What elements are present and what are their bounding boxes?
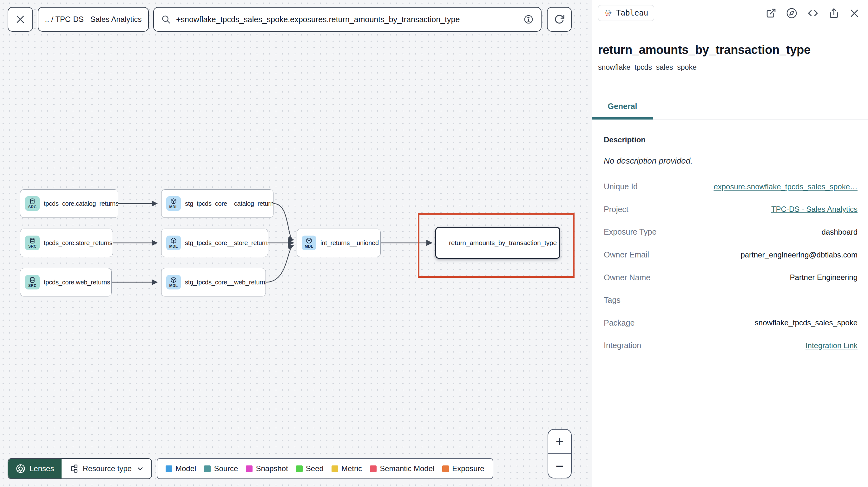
legend-item-seed: Seed — [296, 464, 323, 473]
panel-action-icons — [766, 8, 860, 19]
metric-color-swatch — [332, 465, 338, 472]
legend-item-exposure: Exposure — [442, 464, 484, 473]
chevron-down-icon — [136, 464, 144, 473]
dbt-explorer-lineage-view: .. / TPC-DS - Sales Analytics SRC tpcds_… — [0, 0, 868, 487]
field-row-exposure-type: Exposure Type dashboard — [604, 221, 858, 244]
source-badge: SRC — [25, 275, 40, 290]
node-label: stg_tpcds_core__catalog_returns — [185, 200, 274, 207]
resource-package-subtitle: snowflake_tpcds_sales_spoke — [598, 63, 697, 72]
lineage-node-stg-catalog-returns[interactable]: MDL stg_tpcds_core__catalog_returns — [161, 189, 274, 218]
detail-fields: Unique Id exposure.snowflake_tpcds_sales… — [604, 175, 858, 357]
legend-item-semantic-model: Semantic Model — [370, 464, 434, 473]
package-value: snowflake_tpcds_sales_spoke — [755, 318, 858, 327]
database-icon — [29, 198, 35, 204]
resource-type-label: Resource type — [83, 464, 132, 473]
project-link[interactable]: TPC-DS - Sales Analytics — [771, 205, 858, 214]
cube-icon — [170, 277, 177, 283]
explore-compass-icon[interactable] — [786, 8, 797, 19]
lineage-node-source-web-returns[interactable]: SRC tpcds_core.web_returns — [20, 268, 112, 296]
model-color-swatch — [165, 465, 172, 472]
exposure-type-value: dashboard — [822, 228, 858, 236]
panel-general-content: Description No description provided. Uni… — [592, 120, 868, 357]
lineage-node-int-returns-unioned[interactable]: MDL int_returns__unioned — [297, 229, 381, 257]
breadcrumb[interactable]: .. / TPC-DS - Sales Analytics — [38, 7, 149, 32]
close-lineage-button[interactable] — [8, 7, 33, 32]
search-icon — [161, 14, 171, 24]
close-icon — [15, 14, 26, 25]
field-row-tags: Tags — [604, 289, 858, 312]
field-row-owner-email: Owner Email partner_engineering@dbtlabs.… — [604, 244, 858, 266]
description-empty-text: No description provided. — [604, 156, 858, 166]
field-row-project: Project TPC-DS - Sales Analytics — [604, 198, 858, 221]
unique-id-link[interactable]: exposure.snowflake_tpcds_sales_spoke… — [713, 182, 858, 191]
model-badge: MDL — [166, 235, 181, 250]
refresh-lineage-button[interactable] — [547, 7, 572, 32]
description-heading: Description — [604, 135, 858, 144]
semantic-model-color-swatch — [370, 465, 377, 472]
model-badge: MDL — [302, 235, 316, 250]
canvas-footer-controls: Lenses Resource type — [8, 458, 152, 479]
cube-icon — [306, 237, 312, 244]
integration-link[interactable]: Integration Link — [806, 341, 858, 350]
lineage-canvas[interactable]: .. / TPC-DS - Sales Analytics SRC tpcds_… — [0, 0, 592, 487]
code-icon[interactable] — [807, 8, 819, 19]
zoom-in-button[interactable]: + — [548, 430, 571, 454]
resource-type-legend: Model Source Snapshot Seed Metric Semant… — [157, 458, 493, 479]
source-badge: SRC — [25, 235, 40, 250]
field-row-package: Package snowflake_tpcds_sales_spoke — [604, 312, 858, 334]
legend-item-metric: Metric — [332, 464, 362, 473]
source-color-swatch — [204, 465, 211, 472]
resource-title: return_amounts_by_transaction_type — [598, 43, 811, 57]
tool-badge-tableau: Tableau — [598, 5, 654, 21]
node-label: int_returns__unioned — [320, 239, 379, 247]
legend-item-model: Model — [165, 464, 196, 473]
owner-email-value: partner_engineering@dbtlabs.com — [741, 251, 858, 259]
field-row-unique-id: Unique Id exposure.snowflake_tpcds_sales… — [604, 175, 858, 198]
panel-tabs: General — [592, 98, 868, 120]
zoom-out-button[interactable]: − — [548, 454, 571, 478]
owner-name-value: Partner Engineering — [790, 273, 858, 282]
snapshot-color-swatch — [246, 465, 252, 472]
tableau-icon — [604, 9, 612, 17]
seed-color-swatch — [296, 465, 303, 472]
breadcrumb-label: .. / TPC-DS - Sales Analytics — [45, 15, 142, 24]
cube-icon — [170, 237, 177, 244]
node-label: stg_tpcds_core__store_returns — [185, 239, 268, 247]
refresh-icon — [554, 13, 565, 25]
zoom-controls: + − — [548, 429, 572, 479]
aperture-icon — [16, 464, 25, 474]
legend-item-source: Source — [204, 464, 238, 473]
open-external-icon[interactable] — [766, 8, 776, 19]
model-badge: MDL — [166, 196, 181, 211]
hierarchy-icon — [68, 464, 78, 474]
model-badge: MDL — [166, 275, 181, 290]
field-row-integration: Integration Integration Link — [604, 334, 858, 357]
lineage-node-stg-web-returns[interactable]: MDL stg_tpcds_core__web_returns — [161, 268, 266, 296]
lenses-button[interactable]: Lenses — [8, 459, 62, 479]
field-row-owner-name: Owner Name Partner Engineering — [604, 266, 858, 289]
lineage-node-exposure-return-amounts[interactable]: return_amounts_by_transaction_type — [435, 227, 560, 259]
database-icon — [29, 237, 35, 244]
search-input[interactable] — [176, 15, 518, 24]
close-panel-icon[interactable] — [849, 8, 860, 19]
resource-details-panel: Tableau return_amounts_by_transaction_ty… — [592, 0, 868, 487]
node-label: tpcds_core.web_returns — [44, 279, 110, 286]
lineage-node-source-catalog-returns[interactable]: SRC tpcds_core.catalog_returns — [20, 189, 118, 218]
database-icon — [29, 277, 35, 283]
node-label: tpcds_core.catalog_returns — [44, 200, 118, 207]
cube-icon — [170, 198, 177, 204]
exposure-color-swatch — [442, 465, 449, 472]
legend-item-snapshot: Snapshot — [246, 464, 288, 473]
lineage-search[interactable] — [153, 7, 541, 32]
node-label: tpcds_core.store_returns — [44, 239, 112, 247]
resource-type-dropdown[interactable]: Resource type — [62, 459, 151, 479]
node-label: stg_tpcds_core__web_returns — [185, 279, 266, 286]
tool-badge-label: Tableau — [616, 8, 648, 18]
share-icon[interactable] — [829, 8, 839, 19]
lenses-label: Lenses — [30, 464, 54, 473]
node-label: return_amounts_by_transaction_type — [449, 239, 557, 247]
lineage-node-source-store-returns[interactable]: SRC tpcds_core.store_returns — [20, 229, 113, 257]
lineage-node-stg-store-returns[interactable]: MDL stg_tpcds_core__store_returns — [161, 229, 268, 257]
tab-general[interactable]: General — [592, 98, 653, 120]
info-icon[interactable] — [523, 14, 534, 25]
